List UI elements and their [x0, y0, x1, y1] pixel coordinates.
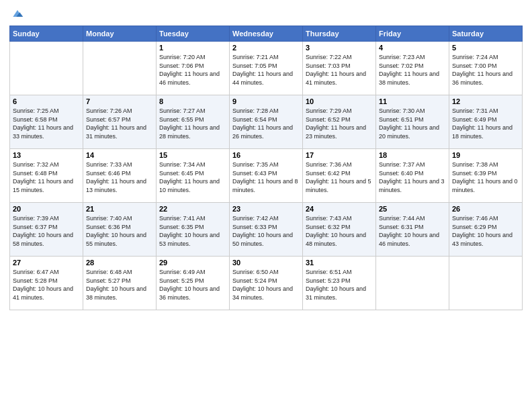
day-number: 11 — [379, 97, 446, 105]
day-info: Sunrise: 7:31 AM Sunset: 6:49 PM Dayligh… — [452, 107, 519, 140]
day-info: Sunrise: 7:30 AM Sunset: 6:51 PM Dayligh… — [379, 107, 446, 140]
day-number: 24 — [306, 205, 373, 213]
day-of-week-header: Friday — [376, 26, 449, 42]
day-info: Sunrise: 6:51 AM Sunset: 5:23 PM Dayligh… — [306, 268, 373, 302]
day-number: 7 — [86, 97, 153, 105]
calendar-day-cell: 27Sunrise: 6:47 AM Sunset: 5:28 PM Dayli… — [10, 257, 83, 310]
calendar-day-cell: 21Sunrise: 7:40 AM Sunset: 6:36 PM Dayli… — [83, 203, 157, 257]
day-info: Sunrise: 7:35 AM Sunset: 6:43 PM Dayligh… — [232, 161, 300, 194]
day-of-week-header: Tuesday — [157, 26, 230, 42]
day-number: 22 — [159, 205, 226, 213]
day-info: Sunrise: 7:46 AM Sunset: 6:29 PM Dayligh… — [452, 214, 519, 248]
day-info: Sunrise: 7:38 AM Sunset: 6:39 PM Dayligh… — [452, 161, 519, 194]
day-info: Sunrise: 7:25 AM Sunset: 6:58 PM Dayligh… — [13, 107, 80, 140]
day-number: 6 — [13, 97, 80, 105]
day-info: Sunrise: 7:24 AM Sunset: 7:00 PM Dayligh… — [452, 53, 519, 87]
calendar-day-cell: 10Sunrise: 7:29 AM Sunset: 6:52 PM Dayli… — [303, 95, 376, 149]
day-info: Sunrise: 7:27 AM Sunset: 6:55 PM Dayligh… — [159, 107, 226, 140]
day-info: Sunrise: 7:22 AM Sunset: 7:03 PM Dayligh… — [306, 53, 373, 87]
day-number: 13 — [13, 151, 80, 159]
day-info: Sunrise: 7:23 AM Sunset: 7:02 PM Dayligh… — [379, 53, 446, 87]
day-info: Sunrise: 6:48 AM Sunset: 5:27 PM Dayligh… — [86, 268, 153, 302]
calendar-table: SundayMondayTuesdayWednesdayThursdayFrid… — [9, 26, 523, 310]
day-number: 16 — [232, 151, 300, 159]
day-number: 4 — [379, 44, 446, 52]
day-number: 5 — [452, 44, 519, 52]
day-number: 31 — [306, 259, 373, 267]
day-of-week-header: Sunday — [10, 26, 83, 42]
day-number: 17 — [306, 151, 373, 159]
calendar-day-cell: 1Sunrise: 7:20 AM Sunset: 7:06 PM Daylig… — [157, 42, 230, 95]
day-info: Sunrise: 7:32 AM Sunset: 6:48 PM Dayligh… — [13, 161, 80, 194]
day-number: 30 — [232, 259, 300, 267]
calendar-week-row: 6Sunrise: 7:25 AM Sunset: 6:58 PM Daylig… — [10, 95, 523, 149]
day-number: 26 — [452, 205, 519, 213]
calendar-day-cell: 20Sunrise: 7:39 AM Sunset: 6:37 PM Dayli… — [10, 203, 83, 257]
calendar-day-cell: 18Sunrise: 7:37 AM Sunset: 6:40 PM Dayli… — [376, 149, 449, 203]
day-number: 1 — [159, 44, 226, 52]
day-info: Sunrise: 6:47 AM Sunset: 5:28 PM Dayligh… — [13, 268, 80, 302]
day-number: 14 — [86, 151, 153, 159]
calendar-day-cell: 5Sunrise: 7:24 AM Sunset: 7:00 PM Daylig… — [449, 42, 523, 95]
day-info: Sunrise: 6:49 AM Sunset: 5:25 PM Dayligh… — [159, 268, 226, 302]
calendar-day-cell: 23Sunrise: 7:42 AM Sunset: 6:33 PM Dayli… — [230, 203, 303, 257]
day-info: Sunrise: 7:34 AM Sunset: 6:45 PM Dayligh… — [159, 161, 226, 194]
day-number: 25 — [379, 205, 446, 213]
calendar-day-cell: 15Sunrise: 7:34 AM Sunset: 6:45 PM Dayli… — [157, 149, 230, 203]
calendar-day-cell: 12Sunrise: 7:31 AM Sunset: 6:49 PM Dayli… — [449, 95, 523, 149]
calendar-week-row: 1Sunrise: 7:20 AM Sunset: 7:06 PM Daylig… — [10, 42, 523, 95]
calendar-day-cell: 9Sunrise: 7:28 AM Sunset: 6:54 PM Daylig… — [230, 95, 303, 149]
day-info: Sunrise: 7:36 AM Sunset: 6:42 PM Dayligh… — [306, 161, 373, 194]
calendar-day-cell: 7Sunrise: 7:26 AM Sunset: 6:57 PM Daylig… — [83, 95, 157, 149]
day-number: 23 — [232, 205, 300, 213]
calendar-header-row: SundayMondayTuesdayWednesdayThursdayFrid… — [10, 26, 523, 42]
calendar-day-cell: 17Sunrise: 7:36 AM Sunset: 6:42 PM Dayli… — [303, 149, 376, 203]
day-of-week-header: Monday — [83, 26, 157, 42]
day-info: Sunrise: 7:44 AM Sunset: 6:31 PM Dayligh… — [379, 214, 446, 248]
day-of-week-header: Wednesday — [230, 26, 303, 42]
day-info: Sunrise: 7:41 AM Sunset: 6:35 PM Dayligh… — [159, 214, 226, 248]
day-number: 3 — [306, 44, 373, 52]
logo — [9, 7, 24, 20]
calendar-day-cell: 22Sunrise: 7:41 AM Sunset: 6:35 PM Dayli… — [157, 203, 230, 257]
day-info: Sunrise: 7:26 AM Sunset: 6:57 PM Dayligh… — [86, 107, 153, 140]
calendar-day-cell: 11Sunrise: 7:30 AM Sunset: 6:51 PM Dayli… — [376, 95, 449, 149]
calendar-day-cell: 25Sunrise: 7:44 AM Sunset: 6:31 PM Dayli… — [376, 203, 449, 257]
calendar-week-row: 20Sunrise: 7:39 AM Sunset: 6:37 PM Dayli… — [10, 203, 523, 257]
day-number: 21 — [86, 205, 153, 213]
day-number: 9 — [232, 97, 300, 105]
day-of-week-header: Thursday — [303, 26, 376, 42]
calendar-day-cell — [449, 257, 523, 310]
calendar-day-cell: 31Sunrise: 6:51 AM Sunset: 5:23 PM Dayli… — [303, 257, 376, 310]
day-info: Sunrise: 7:43 AM Sunset: 6:32 PM Dayligh… — [306, 214, 373, 248]
calendar-day-cell: 30Sunrise: 6:50 AM Sunset: 5:24 PM Dayli… — [230, 257, 303, 310]
day-number: 29 — [159, 259, 226, 267]
calendar-day-cell: 24Sunrise: 7:43 AM Sunset: 6:32 PM Dayli… — [303, 203, 376, 257]
day-info: Sunrise: 7:28 AM Sunset: 6:54 PM Dayligh… — [232, 107, 300, 140]
calendar-day-cell: 16Sunrise: 7:35 AM Sunset: 6:43 PM Dayli… — [230, 149, 303, 203]
calendar-day-cell: 29Sunrise: 6:49 AM Sunset: 5:25 PM Dayli… — [157, 257, 230, 310]
header — [9, 7, 523, 20]
calendar-day-cell: 6Sunrise: 7:25 AM Sunset: 6:58 PM Daylig… — [10, 95, 83, 149]
day-info: Sunrise: 7:33 AM Sunset: 6:46 PM Dayligh… — [86, 161, 153, 194]
day-number: 12 — [452, 97, 519, 105]
calendar-day-cell — [83, 42, 157, 95]
day-number: 10 — [306, 97, 373, 105]
logo-icon — [11, 7, 24, 20]
day-number: 28 — [86, 259, 153, 267]
calendar-day-cell: 4Sunrise: 7:23 AM Sunset: 7:02 PM Daylig… — [376, 42, 449, 95]
day-number: 27 — [13, 259, 80, 267]
calendar-day-cell: 26Sunrise: 7:46 AM Sunset: 6:29 PM Dayli… — [449, 203, 523, 257]
day-info: Sunrise: 7:39 AM Sunset: 6:37 PM Dayligh… — [13, 214, 80, 248]
calendar-week-row: 13Sunrise: 7:32 AM Sunset: 6:48 PM Dayli… — [10, 149, 523, 203]
day-number: 2 — [232, 44, 300, 52]
day-number: 20 — [13, 205, 80, 213]
calendar-day-cell: 2Sunrise: 7:21 AM Sunset: 7:05 PM Daylig… — [230, 42, 303, 95]
calendar-day-cell: 19Sunrise: 7:38 AM Sunset: 6:39 PM Dayli… — [449, 149, 523, 203]
calendar-day-cell: 28Sunrise: 6:48 AM Sunset: 5:27 PM Dayli… — [83, 257, 157, 310]
day-number: 18 — [379, 151, 446, 159]
day-number: 15 — [159, 151, 226, 159]
day-info: Sunrise: 6:50 AM Sunset: 5:24 PM Dayligh… — [232, 268, 300, 302]
calendar-day-cell: 13Sunrise: 7:32 AM Sunset: 6:48 PM Dayli… — [10, 149, 83, 203]
day-info: Sunrise: 7:42 AM Sunset: 6:33 PM Dayligh… — [232, 214, 300, 248]
